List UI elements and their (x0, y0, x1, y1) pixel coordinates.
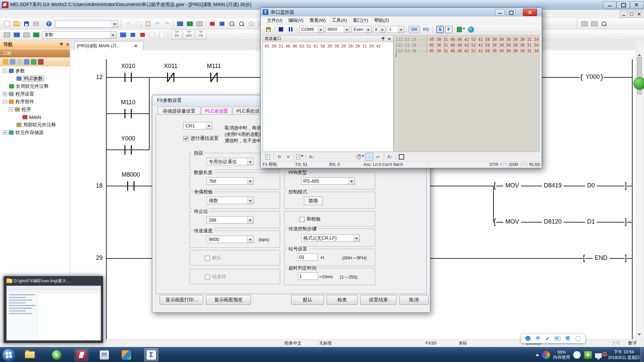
tree-item-plc-parameter[interactable]: PLC参数 (0, 75, 70, 82)
show-hidden-icons[interactable] (536, 352, 539, 356)
minimize-button[interactable] (603, 1, 616, 8)
accelerator-ball[interactable] (633, 77, 644, 90)
taskbar-gxworks2-button[interactable] (74, 348, 89, 361)
tree-item-program-setting[interactable]: 程序设置 (0, 90, 70, 98)
taskbar-app-button[interactable] (97, 348, 111, 361)
sort-ascending-icon[interactable]: A↑ (386, 153, 394, 161)
color-button[interactable] (457, 25, 466, 34)
tree-item-main[interactable]: MAIN (0, 113, 70, 121)
cut-icon[interactable]: ✂ (124, 19, 133, 28)
monitor-start-icon[interactable] (227, 19, 236, 28)
mov-dst[interactable]: D0 (585, 182, 597, 189)
menu-help[interactable]: 帮助(Z) (371, 16, 392, 24)
contact-y000[interactable] (124, 145, 132, 155)
checkbox-icon[interactable] (205, 275, 210, 280)
save-icon[interactable] (264, 25, 273, 34)
ime-logo-icon[interactable] (525, 336, 531, 341)
baud-select[interactable]: 9600 (325, 26, 350, 33)
minimize-button[interactable] (495, 9, 505, 16)
scroll-down-icon[interactable] (638, 334, 641, 337)
receive-area[interactable]: [22:53:24 ---] 05 30 31 46 46 42 52 41 5… (393, 35, 540, 152)
network-icon[interactable] (595, 353, 602, 358)
menu-window[interactable]: 窗口(Y) (350, 16, 371, 24)
contact-m8000[interactable] (127, 181, 135, 191)
newline-icon[interactable]: ↵ (374, 153, 382, 161)
menu-tools[interactable]: 工具(X) (329, 16, 350, 24)
taskbar-clock[interactable]: 下午 10:54 2018/3/11 星期日 (608, 349, 640, 361)
sort-descending-icon[interactable]: A↓ (308, 153, 316, 161)
save-icon[interactable] (22, 19, 31, 28)
protocol-select[interactable]: 专用协议通信 (207, 158, 254, 165)
tree-item-pou[interactable]: 程序部件 (0, 98, 70, 106)
write-to-plc-icon[interactable] (208, 19, 217, 28)
menu-view[interactable]: 查看(W) (307, 16, 329, 24)
start-button[interactable] (2, 348, 16, 362)
help-icon[interactable]: ? (44, 19, 53, 28)
checkbox-icon[interactable] (300, 217, 305, 222)
output-window-icon[interactable] (22, 30, 31, 39)
ladder-closed-contact-button[interactable]: ⊣⊢ sF5 (183, 30, 195, 40)
filter-icon[interactable] (38, 59, 44, 65)
data-bits-select[interactable]: 8 (373, 26, 386, 33)
vertical-scrollbar[interactable] (636, 50, 642, 339)
tab-memory-capacity[interactable]: 存储器容量设置 (158, 107, 201, 115)
preview-screen-button[interactable]: 显示画面预览 (206, 295, 251, 305)
tree-item-local-comment[interactable]: 局部软元件注释 (0, 121, 70, 129)
coil-y000[interactable]: Y000 (585, 73, 601, 80)
terminator-checkbox[interactable]: 结束符 (205, 274, 226, 280)
collapse-icon[interactable] (3, 69, 7, 73)
find-combobox[interactable] (55, 20, 118, 27)
mov-op[interactable]: MOV (503, 182, 521, 189)
tree-item-global-comment[interactable]: 全局软元件注释 (0, 82, 70, 90)
channel-select[interactable]: CH1 (183, 122, 212, 129)
default-button[interactable]: 默认 (291, 295, 324, 305)
stop-bit-select[interactable]: 1bit (207, 216, 254, 224)
undo-icon[interactable]: ↶ (153, 19, 162, 28)
baud-rate-select[interactable]: 9600 (207, 236, 254, 243)
ime-simplified[interactable]: 简 (566, 336, 570, 342)
cancel-button[interactable]: 取消 (399, 295, 429, 305)
checkbox-icon[interactable] (205, 256, 210, 261)
window-cascade-icon[interactable] (580, 19, 589, 28)
dtr-toggle[interactable]: DR (409, 26, 420, 33)
copy-icon[interactable] (133, 19, 143, 28)
device-monitor-icon[interactable] (175, 19, 184, 28)
timeout-input[interactable] (298, 273, 318, 280)
collapse-icon[interactable] (3, 100, 7, 104)
taskbar-explorer-button[interactable] (23, 348, 37, 361)
device-monitor2-icon[interactable] (185, 19, 194, 28)
close-button[interactable] (523, 9, 537, 16)
tab-main-program[interactable]: [PRG]读取 MAIN (只... (74, 41, 144, 50)
ime-keyboard-icon[interactable] (554, 337, 560, 341)
taskbar-serial-assistant-button[interactable] (119, 348, 133, 361)
mov-src[interactable]: D8419 (542, 182, 564, 189)
ladder-open-contact-button[interactable]: ⊣⊢ F5 (171, 30, 182, 40)
frame-mode-button[interactable]: F (445, 26, 452, 33)
ime-pen-icon[interactable] (546, 337, 549, 340)
pin-icon[interactable] (60, 43, 63, 46)
tab-close-icon[interactable] (134, 44, 138, 48)
properties-icon[interactable] (264, 153, 272, 161)
parity-select[interactable]: Even (352, 26, 372, 33)
ime-settings-icon[interactable] (575, 336, 581, 342)
header-checkbox[interactable]: 帧头 (205, 255, 221, 261)
taskbar-serial-monitor-button[interactable]: Σ (144, 348, 158, 361)
print-icon[interactable] (32, 19, 41, 28)
scroll-up-icon[interactable] (638, 52, 641, 56)
close-icon[interactable] (66, 43, 70, 47)
new-project-icon[interactable] (2, 19, 11, 28)
new-item-icon[interactable] (3, 59, 8, 65)
stop-bits-select[interactable]: 1 (387, 26, 405, 33)
pin-icon[interactable] (381, 37, 385, 41)
navigation-toggle-icon[interactable] (2, 30, 11, 39)
expand-icon[interactable] (3, 130, 7, 135)
monitor-stop-icon[interactable] (237, 19, 246, 28)
hw-type-select[interactable]: RS-485 (301, 177, 355, 185)
collapse-icon[interactable] (9, 107, 13, 112)
autoscroll-icon[interactable]: ↓ (365, 153, 373, 161)
rts-toggle[interactable]: RS (421, 26, 431, 33)
ime-chinese-mode[interactable]: 中 (536, 336, 540, 342)
send-data[interactable]: 05 30 31 46 46 42 52 41 58 30 30 30 30 3… (265, 44, 381, 49)
tray-swirl-icon[interactable] (542, 351, 550, 359)
taskbar-browser-button[interactable]: e (50, 348, 64, 361)
